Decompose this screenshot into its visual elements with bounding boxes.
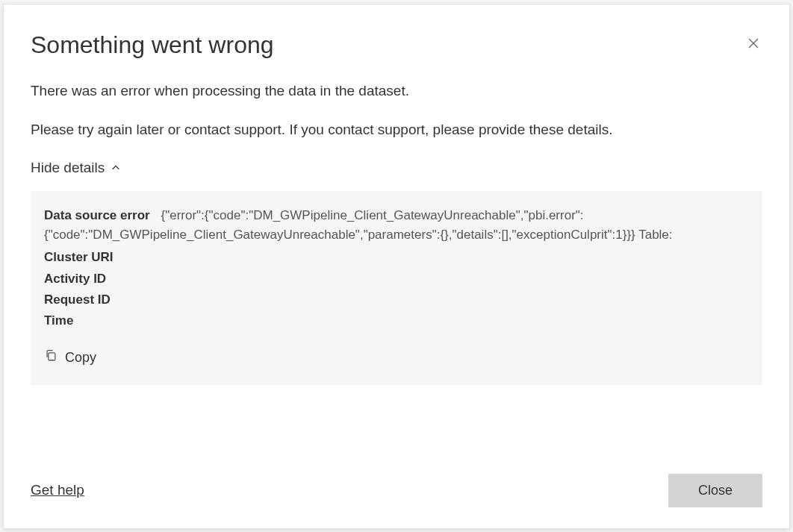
close-button[interactable]: Close	[668, 474, 762, 507]
close-icon[interactable]	[746, 36, 761, 51]
copy-button[interactable]: Copy	[44, 348, 96, 369]
svg-rect-2	[49, 352, 55, 360]
activity-id-label: Activity ID	[44, 272, 106, 286]
dialog-title: Something went wrong	[31, 31, 762, 59]
toggle-details-label: Hide details	[31, 160, 105, 176]
detail-cluster-uri: Cluster URI	[44, 248, 749, 267]
cluster-uri-label: Cluster URI	[44, 250, 113, 264]
request-id-label: Request ID	[44, 292, 111, 307]
data-source-error-label: Data source error	[44, 208, 150, 222]
dialog-footer: Get help Close	[31, 456, 762, 507]
detail-activity-id: Activity ID	[44, 269, 749, 289]
error-message-secondary: Please try again later or contact suppor…	[31, 120, 762, 140]
chevron-up-icon	[111, 163, 121, 173]
detail-request-id: Request ID	[44, 290, 749, 310]
detail-time: Time	[44, 311, 749, 331]
detail-data-source-error: Data source error {"error":{"code":"DM_G…	[44, 206, 749, 245]
error-dialog: Something went wrong There was an error …	[3, 4, 790, 529]
time-label: Time	[44, 313, 73, 328]
get-help-link[interactable]: Get help	[31, 482, 84, 498]
copy-label: Copy	[65, 348, 96, 369]
copy-icon	[44, 348, 57, 368]
error-message-primary: There was an error when processing the d…	[31, 81, 762, 101]
details-panel: Data source error {"error":{"code":"DM_G…	[31, 191, 762, 385]
toggle-details-button[interactable]: Hide details	[31, 160, 762, 176]
